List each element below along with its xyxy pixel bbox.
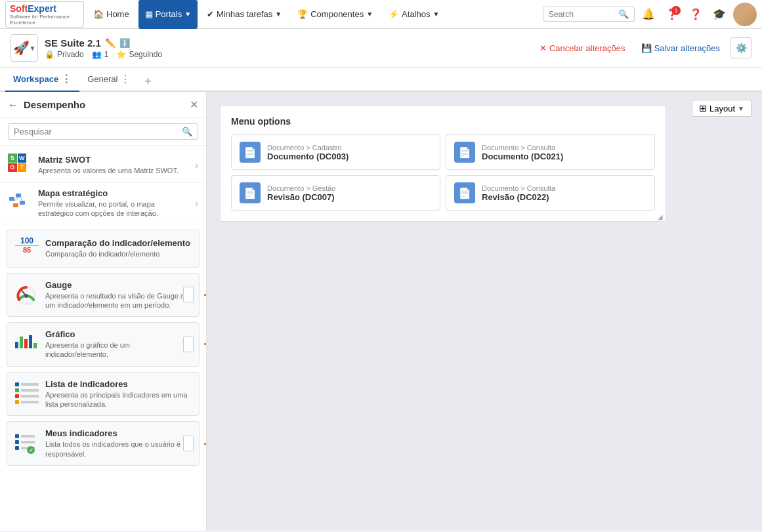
menu-card-dc022[interactable]: 📄 Documento > Consulta Revisão (DC022) [446,175,655,211]
menu-card-dc007[interactable]: 📄 Documento > Gestão Revisão (DC007) [231,175,440,211]
big-card-chart[interactable]: Gráfico Apresenta o gráfico de um indica… [7,322,200,367]
star-icon: ⭐ [116,50,126,59]
members-icon: 👥 [92,50,102,59]
my-indicators-drag-handle[interactable] [183,436,194,451]
indicators-desc: Apresenta os principais indicadores em u… [45,390,191,409]
close-sidebar-btn[interactable]: ✕ [190,98,198,111]
menu-card-dc003-path: Documento > Cadastro [267,144,349,152]
cancel-button[interactable]: ✕ Cancelar alterações [534,41,631,56]
graduation-btn[interactable]: 🎓 [709,5,729,24]
tab-workspace-label: Workspace [13,74,58,84]
add-tab-button[interactable]: + [138,72,157,91]
nav-tasks[interactable]: ✔ Minhas tarefas ▼ [200,0,288,29]
strategic-text: Mapa estratégico Permite visualizar, no … [38,188,188,218]
strategic-chevron-icon: › [195,198,198,209]
portal-title-text: SE Suite 2.1 [45,37,101,49]
settings-button[interactable]: ⚙️ [730,37,751,58]
menu-card-dc021-icon: 📄 [454,142,475,163]
chart-drag-handle[interactable] [183,337,194,352]
svg-line-5 [21,197,22,201]
menu-card-dc021-text: Documento > Consulta Documento (DC021) [482,144,563,161]
sidebar-title: Desempenho [24,99,184,110]
comparison-icon: 100 85 [15,237,39,260]
nav-home[interactable]: 🏠 Home [87,0,136,29]
home-icon: 🏠 [93,9,104,19]
swot-chevron-icon: › [195,160,198,171]
avatar[interactable] [733,3,757,26]
sidebar-header: ← Desempenho ✕ [0,92,206,118]
back-arrow-icon[interactable]: ← [8,99,18,111]
content-area: ⊞ Layout ▼ Menu options 📄 Documento > Ca… [207,92,762,531]
cancel-label: Cancelar alterações [549,43,625,53]
cancel-x-icon: ✕ [540,43,547,53]
menu-card-dc003-icon: 📄 [240,142,261,163]
menu-card-dc003[interactable]: 📄 Documento > Cadastro Documento (DC003) [231,134,440,170]
big-card-gauge[interactable]: Gauge Apresenta o resultado na visão de … [7,273,200,317]
gauge-name: Gauge [45,280,191,290]
big-card-my-indicators[interactable]: ✓ Meus indicadores Lista todos os indica… [7,421,200,466]
notifications-btn[interactable]: 🔔 [639,5,658,24]
svg-rect-0 [9,197,14,201]
tab-workspace[interactable]: Workspace ⋮ [5,68,79,92]
sidebar-item-swot[interactable]: S W O T Matriz SWOT Apresenta os valores… [0,148,206,183]
nav-home-label: Home [106,9,129,19]
comparison-text: Comparação do indicador/elemento Compara… [45,238,191,258]
nav-components-label: Componentes [310,9,364,19]
strategic-icon [8,192,32,215]
resize-handle[interactable]: ◢ [658,213,666,221]
following-label: Seguindo [129,50,162,59]
nav-portals[interactable]: ▦ Portals ▼ [138,0,198,29]
svg-rect-2 [20,201,25,205]
menu-card-dc021[interactable]: 📄 Documento > Consulta Documento (DC021) [446,134,655,170]
tab-general[interactable]: General ⋮ [79,68,138,92]
gear-icon: ⚙️ [736,43,747,53]
save-button[interactable]: 💾 Salvar alterações [636,41,725,56]
help-btn[interactable]: ❓ 1 [662,5,682,24]
edit-icon[interactable]: ✏️ [105,38,116,48]
portal-icon-dropdown: ▼ [30,45,36,52]
logo-sub: Software for Performance Excellence [10,14,79,26]
save-label: Salvar alterações [654,43,720,53]
sidebar-item-strategic[interactable]: Mapa estratégico Permite visualizar, no … [0,183,206,224]
search-box[interactable]: 🔍 [543,7,635,22]
meta-members: 👥 1 [92,50,109,59]
top-navigation: SoftExpert Software for Performance Exce… [0,0,762,29]
info-icon[interactable]: ℹ️ [119,38,130,48]
tab-general-label: General [87,74,117,84]
swot-text: Matriz SWOT Apresenta os valores de uma … [38,155,188,175]
portal-info: SE Suite 2.1 ✏️ ℹ️ 🔒 Privado 👥 1 ⭐ Segui… [45,37,162,59]
portal-icon-btn[interactable]: 🚀 ▼ [11,34,38,62]
portal-meta: 🔒 Privado 👥 1 ⭐ Seguindo [45,50,162,59]
menu-options-title: Menu options [231,116,655,127]
menu-card-dc003-name: Documento (DC003) [267,152,349,161]
svg-rect-1 [16,194,21,197]
sidebar-search-wrap[interactable]: 🔍 [8,123,198,140]
search-icon: 🔍 [618,9,629,19]
big-card-comparison[interactable]: 100 85 Comparação do indicador/elemento … [7,230,200,268]
menu-card-dc007-name: Revisão (DC007) [267,192,335,202]
menu-card-dc003-text: Documento > Cadastro Documento (DC003) [267,144,349,161]
tab-general-more[interactable]: ⋮ [120,73,131,85]
strategic-desc: Permite visualizar, no portal, o mapa es… [38,199,188,218]
nav-shortcuts[interactable]: ⚡ Atalhos ▼ [382,0,446,29]
lightning-icon: ⚡ [389,9,399,19]
menu-card-dc007-icon: 📄 [240,182,261,203]
swot-name: Matriz SWOT [38,155,188,165]
menu-card-dc022-path: Documento > Consulta [482,184,555,192]
question-btn[interactable]: ❓ [686,5,706,24]
indicators-name: Lista de indicadores [45,379,191,389]
chart-desc: Apresenta o gráfico de um indicador/elem… [45,340,191,359]
shortcuts-dropdown-icon: ▼ [433,10,439,18]
sidebar-search-area: 🔍 [0,118,206,146]
nav-components[interactable]: 🏆 Componentes ▼ [291,0,379,29]
layout-dropdown-icon: ▼ [738,105,744,112]
menu-card-dc007-text: Documento > Gestão Revisão (DC007) [267,184,335,202]
gauge-icon [15,283,39,306]
search-input[interactable] [549,10,618,19]
gauge-drag-handle[interactable] [183,287,194,302]
sidebar-search-input[interactable] [14,127,182,136]
logo-soft: Soft [10,3,28,14]
tab-workspace-more[interactable]: ⋮ [61,73,72,85]
big-card-indicators[interactable]: Lista de indicadores Apresenta os princi… [7,372,200,417]
layout-button[interactable]: ⊞ Layout ▼ [692,100,751,117]
